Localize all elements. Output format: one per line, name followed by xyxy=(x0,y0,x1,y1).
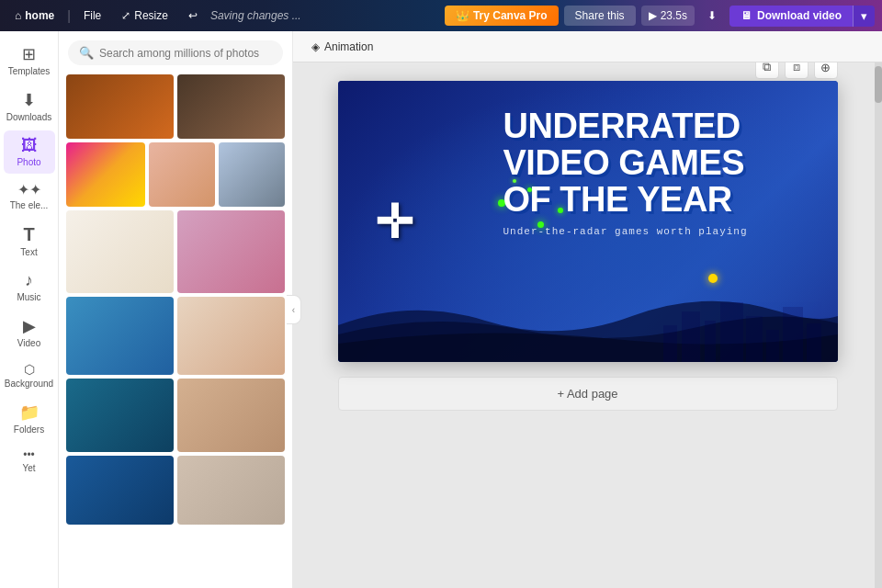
svg-rect-1 xyxy=(682,311,700,362)
photo-row xyxy=(66,210,285,293)
list-item[interactable] xyxy=(66,210,174,293)
plus-icon: ⊕ xyxy=(820,62,831,74)
list-item[interactable] xyxy=(177,379,285,452)
photo-row xyxy=(66,379,285,452)
photo-row xyxy=(66,456,285,525)
sidebar-item-folders[interactable]: 📁 Folders xyxy=(4,397,55,441)
home-icon: ⌂ xyxy=(15,9,21,22)
chevron-down-icon: ▾ xyxy=(861,9,867,23)
home-button[interactable]: ⌂ home xyxy=(7,6,62,25)
photo-row xyxy=(66,142,285,207)
photo-row xyxy=(66,74,285,139)
search-input-wrap: 🔍 xyxy=(68,40,283,65)
sidebar-item-yet[interactable]: ••• Yet xyxy=(4,443,55,480)
svg-rect-7 xyxy=(807,323,821,362)
list-item[interactable] xyxy=(177,74,285,139)
copy-page-button[interactable]: ⧉ xyxy=(755,62,779,79)
sidebar-item-elements[interactable]: ✦✦ The ele... xyxy=(4,175,55,217)
search-input[interactable] xyxy=(99,47,272,60)
svg-rect-0 xyxy=(663,325,677,362)
search-bar: 🔍 xyxy=(59,31,292,71)
sidebar-item-templates[interactable]: ⊞ Templates xyxy=(4,39,55,83)
sidebar-item-downloads[interactable]: ⬇ Downloads xyxy=(4,85,55,129)
left-sidebar: ⊞ Templates ⬇ Downloads 🖼 Photo ✦✦ The e… xyxy=(0,31,59,588)
game-controller-icon: ✛ xyxy=(375,198,413,245)
canvas-title-line2: VIDEO GAMES xyxy=(503,145,810,182)
undo-button[interactable]: ↩ xyxy=(181,6,205,25)
sidebar-item-music[interactable]: ♪ Music xyxy=(4,266,55,309)
more-icon: ••• xyxy=(23,448,35,461)
elements-icon: ✦✦ xyxy=(17,181,41,198)
saving-status: Saving changes ... xyxy=(210,9,439,22)
undo-icon: ↩ xyxy=(188,9,198,22)
sidebar-item-video[interactable]: ▶ Video xyxy=(4,311,55,355)
page-actions: ⧉ ⧈ ⊕ xyxy=(755,62,838,79)
canvas-card: ✛ UNDERRATED VIDEO GAMES OF THE YEAR Und… xyxy=(338,81,838,362)
background-icon: ⬡ xyxy=(24,362,35,377)
sidebar-item-background[interactable]: ⬡ Background xyxy=(4,356,55,395)
city-silhouette xyxy=(654,288,838,362)
list-item[interactable] xyxy=(66,379,174,452)
list-item[interactable] xyxy=(219,142,285,207)
music-icon: ♪ xyxy=(25,271,33,290)
resize-icon: ⤢ xyxy=(121,9,130,22)
download-icon-button[interactable]: ⬇ xyxy=(700,6,724,25)
animation-icon: ◈ xyxy=(311,40,320,53)
preview-timer-button[interactable]: ▶ 23.5s xyxy=(641,6,695,26)
top-bar: ⌂ home | File ⤢ Resize ↩ Saving changes … xyxy=(0,0,882,31)
animation-button[interactable]: ◈ Animation xyxy=(304,37,380,57)
collapse-panel-button[interactable]: ‹ xyxy=(287,295,301,324)
copy-icon: ⧉ xyxy=(763,62,771,74)
photo-icon: 🖼 xyxy=(21,136,38,155)
download-icon: ⬇ xyxy=(707,9,717,22)
list-item[interactable] xyxy=(66,74,174,139)
duplicate-icon: ⧈ xyxy=(793,62,800,74)
list-item[interactable] xyxy=(177,456,285,525)
crown-icon: 👑 xyxy=(456,9,469,22)
svg-rect-6 xyxy=(783,307,803,362)
resize-button[interactable]: ⤢ Resize xyxy=(114,6,175,25)
svg-rect-3 xyxy=(720,302,743,362)
canvas-title-line3: OF THE YEAR xyxy=(503,182,810,219)
sidebar-item-text[interactable]: T Text xyxy=(4,219,55,264)
list-item[interactable] xyxy=(177,297,285,375)
list-item[interactable] xyxy=(177,210,285,293)
video-icon: ▶ xyxy=(23,316,36,336)
canvas-page: ⧉ ⧈ ⊕ xyxy=(338,81,838,362)
list-item[interactable] xyxy=(149,142,215,207)
canvas-title-line1: UNDERRATED xyxy=(503,108,810,145)
file-button[interactable]: File xyxy=(76,6,108,25)
nav-divider: | xyxy=(67,8,71,23)
photo-grid xyxy=(59,71,292,588)
list-item[interactable] xyxy=(66,456,174,525)
download-video-button[interactable]: 🖥 Download video xyxy=(729,6,853,27)
list-item[interactable] xyxy=(66,142,145,207)
photo-row xyxy=(66,297,285,375)
scrollbar-thumb[interactable] xyxy=(875,66,882,103)
download-dropdown-button[interactable]: ▾ xyxy=(853,6,875,27)
svg-rect-2 xyxy=(705,321,716,362)
add-page-button[interactable]: ⊕ xyxy=(814,62,838,79)
folders-icon: 📁 xyxy=(19,402,40,423)
canvas-scroll-area[interactable]: ⧉ ⧈ ⊕ xyxy=(293,62,882,588)
svg-rect-4 xyxy=(746,316,763,362)
list-item[interactable] xyxy=(66,297,174,375)
canvas-subtitle: Under-the-radar games worth playing xyxy=(503,226,810,237)
share-button[interactable]: Share this xyxy=(564,6,636,26)
main-layout: ⊞ Templates ⬇ Downloads 🖼 Photo ✦✦ The e… xyxy=(0,31,882,588)
play-icon: ▶ xyxy=(649,9,657,22)
monitor-icon: 🖥 xyxy=(741,9,752,22)
sidebar-item-photo[interactable]: 🖼 Photo xyxy=(4,130,55,174)
svg-rect-5 xyxy=(766,330,779,362)
download-area: 🖥 Download video ▾ xyxy=(729,6,875,27)
canvas-area: ◈ Animation ⧉ ⧈ ⊕ xyxy=(293,31,882,588)
duplicate-page-button[interactable]: ⧈ xyxy=(785,62,808,79)
try-canva-button[interactable]: 👑 Try Canva Pro xyxy=(445,6,559,26)
add-page-button[interactable]: + Add page xyxy=(338,377,838,411)
canvas-toolbar: ◈ Animation xyxy=(293,31,882,62)
canvas-title: UNDERRATED VIDEO GAMES OF THE YEAR Under… xyxy=(503,108,810,237)
photo-panel: 🔍 xyxy=(59,31,293,588)
text-icon: T xyxy=(23,224,34,245)
scrollbar[interactable] xyxy=(875,62,882,588)
search-icon: 🔍 xyxy=(79,46,94,60)
